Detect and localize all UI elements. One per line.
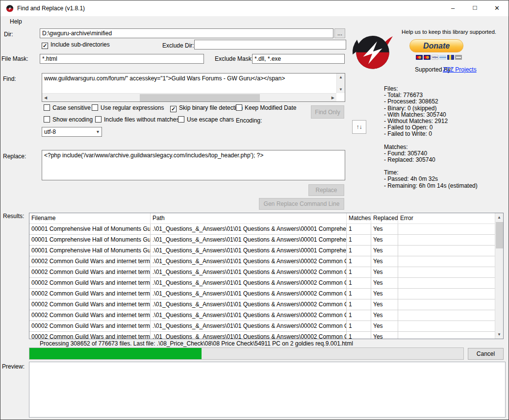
find-textarea[interactable]: www.guildwarsguru.com/forum/" accesskey=… bbox=[42, 73, 345, 102]
cell-error bbox=[398, 310, 495, 321]
encoding-select[interactable]: utf-8 ▾ bbox=[42, 127, 102, 137]
scrollbar-thumb[interactable] bbox=[140, 94, 260, 101]
scroll-down-icon[interactable]: ▼ bbox=[497, 332, 501, 337]
column-header-filename[interactable]: Filename bbox=[29, 213, 151, 223]
find-vertical-scrollbar[interactable]: ▲ ▼ bbox=[336, 74, 345, 93]
card-amex-icon bbox=[439, 55, 446, 60]
cell-filename: 00002 Common Guild Wars and internet ter… bbox=[29, 278, 151, 288]
replace-text: <?php include('/var/www/archive.guildwar… bbox=[44, 152, 343, 159]
checkbox-include-subdirectories[interactable]: ✓Include sub-directories bbox=[42, 41, 110, 49]
card-mastercard-icon bbox=[416, 55, 423, 60]
column-header-replaced[interactable]: Replaced bbox=[371, 213, 398, 223]
checkbox-show-encoding[interactable]: Show encoding bbox=[44, 116, 93, 124]
replace-button[interactable]: Replace bbox=[308, 184, 344, 196]
checkbox-use-regex[interactable]: Use regular expressions bbox=[92, 104, 164, 112]
scroll-down-icon[interactable]: ▼ bbox=[339, 87, 343, 92]
scrollbar-thumb[interactable] bbox=[496, 222, 503, 248]
checkbox-mark bbox=[44, 116, 50, 123]
table-row[interactable]: 00002 Common Guild Wars and internet ter… bbox=[29, 299, 495, 310]
exclude-dir-input[interactable] bbox=[194, 40, 346, 49]
table-row[interactable]: 00001 Comprehensive Hall of Monuments Gu… bbox=[29, 224, 495, 235]
card-maestro-icon bbox=[424, 55, 431, 60]
column-header-matches[interactable]: Matches bbox=[347, 213, 371, 223]
replace-textarea[interactable]: <?php include('/var/www/archive.guildwar… bbox=[42, 150, 345, 180]
cell-path: .\01_Questions_&_Answers\01\01 Questions… bbox=[151, 256, 347, 267]
table-row[interactable]: 00001 Comprehensive Hall of Monuments Gu… bbox=[29, 246, 495, 256]
progress-fill bbox=[29, 348, 202, 359]
browse-dir-button[interactable]: ... bbox=[334, 28, 345, 38]
menu-help[interactable]: Help bbox=[6, 17, 25, 26]
find-horizontal-scrollbar[interactable]: ◀ ▶ bbox=[42, 93, 336, 101]
dir-label: Dir: bbox=[4, 31, 13, 38]
card-paypal-icon bbox=[447, 55, 454, 60]
table-row[interactable]: 00002 Common Guild Wars and internet ter… bbox=[29, 310, 495, 321]
donate-button[interactable]: Donate bbox=[409, 39, 463, 52]
column-header-error[interactable]: Error bbox=[398, 213, 495, 223]
cell-filename: 00002 Common Guild Wars and internet ter… bbox=[29, 332, 151, 339]
checkbox-include-files-without-matches[interactable]: Include files without matches bbox=[95, 116, 179, 124]
encoding-value: utf-8 bbox=[44, 128, 56, 135]
preview-label: Preview: bbox=[2, 363, 25, 370]
cell-replaced: Yes bbox=[371, 224, 398, 234]
table-row[interactable]: 00001 Comprehensive Hall of Monuments Gu… bbox=[29, 235, 495, 246]
swap-find-replace-button[interactable]: ↑↓ bbox=[352, 120, 366, 134]
cell-matches: 1 bbox=[347, 289, 371, 299]
checkbox-mark bbox=[95, 116, 102, 123]
checkbox-case-sensitive[interactable]: Case sensitive bbox=[44, 104, 91, 112]
table-row[interactable]: 00002 Common Guild Wars and internet ter… bbox=[29, 332, 495, 339]
cell-replaced: Yes bbox=[371, 321, 398, 331]
cell-matches: 1 bbox=[347, 321, 371, 331]
table-row[interactable]: 00002 Common Guild Wars and internet ter… bbox=[29, 289, 495, 299]
cell-error bbox=[398, 224, 495, 234]
preview-box[interactable] bbox=[29, 362, 506, 418]
zzz-projects-link[interactable]: ZZZ Projects bbox=[443, 66, 477, 73]
scroll-left-icon[interactable]: ◀ bbox=[44, 96, 47, 100]
table-row[interactable]: 00002 Common Guild Wars and internet ter… bbox=[29, 267, 495, 278]
cell-filename: 00001 Comprehensive Hall of Monuments Gu… bbox=[29, 235, 151, 245]
table-row[interactable]: 00002 Common Guild Wars and internet ter… bbox=[29, 278, 495, 289]
checkbox-use-escape-chars[interactable]: Use escape chars bbox=[178, 116, 234, 124]
exclude-mask-input[interactable] bbox=[252, 54, 345, 64]
cell-path: .\01_Questions_&_Answers\01\01 Questions… bbox=[151, 235, 347, 245]
results-table: Filename Path Matches Replaced Error 000… bbox=[29, 213, 504, 339]
cell-error bbox=[398, 256, 495, 267]
results-rows: 00001 Comprehensive Hall of Monuments Gu… bbox=[29, 224, 495, 339]
cell-filename: 00002 Common Guild Wars and internet ter… bbox=[29, 267, 151, 277]
checkbox-label: Skip binary file detection bbox=[179, 104, 243, 111]
checkbox-skip-binary[interactable]: ✓Skip binary file detection bbox=[170, 104, 243, 112]
cell-path: .\01_Questions_&_Answers\01\01 Questions… bbox=[151, 321, 347, 331]
checkbox-label: Use regular expressions bbox=[101, 104, 164, 111]
results-vertical-scrollbar[interactable]: ▲ ▼ bbox=[495, 213, 503, 339]
cell-matches: 1 bbox=[347, 299, 371, 310]
cell-error bbox=[398, 332, 495, 339]
scroll-right-icon[interactable]: ▶ bbox=[331, 96, 334, 100]
cell-replaced: Yes bbox=[371, 310, 398, 321]
scroll-up-icon[interactable]: ▲ bbox=[497, 215, 501, 220]
checkbox-label: Case sensitive bbox=[52, 104, 91, 111]
checkbox-label: Include sub-directories bbox=[51, 41, 110, 48]
file-mask-input[interactable] bbox=[40, 54, 204, 64]
cancel-button[interactable]: Cancel bbox=[468, 348, 504, 360]
cell-matches: 1 bbox=[347, 332, 371, 339]
cell-path: .\01_Questions_&_Answers\01\01 Questions… bbox=[151, 246, 347, 256]
column-header-path[interactable]: Path bbox=[151, 213, 347, 223]
cell-replaced: Yes bbox=[371, 256, 398, 267]
cell-replaced: Yes bbox=[371, 246, 398, 256]
gen-replace-command-line-button[interactable]: Gen Replace Command Line bbox=[259, 198, 344, 210]
table-row[interactable]: 00002 Common Guild Wars and internet ter… bbox=[29, 321, 495, 332]
dir-input[interactable] bbox=[40, 28, 333, 38]
checkbox-keep-modified-date[interactable]: Keep Modified Date bbox=[236, 104, 296, 112]
minimize-button[interactable]: – bbox=[442, 0, 464, 16]
find-only-button[interactable]: Find Only bbox=[311, 105, 344, 119]
exclude-dir-label: Exclude Dir: bbox=[162, 42, 194, 49]
cell-error bbox=[398, 321, 495, 331]
stats-panel: Files: - Total: 776673 - Processed: 3086… bbox=[384, 86, 507, 189]
cell-path: .\01_Questions_&_Answers\01\01 Questions… bbox=[151, 289, 347, 299]
maximize-button[interactable]: ☐ bbox=[464, 0, 486, 16]
scroll-up-icon[interactable]: ▲ bbox=[339, 75, 343, 79]
cell-error bbox=[398, 299, 495, 310]
table-row[interactable]: 00002 Common Guild Wars and internet ter… bbox=[29, 256, 495, 267]
stat-line: - Binary: 0 (skipped) bbox=[384, 105, 507, 112]
cell-replaced: Yes bbox=[371, 235, 398, 245]
close-button[interactable]: ✕ bbox=[486, 0, 508, 16]
